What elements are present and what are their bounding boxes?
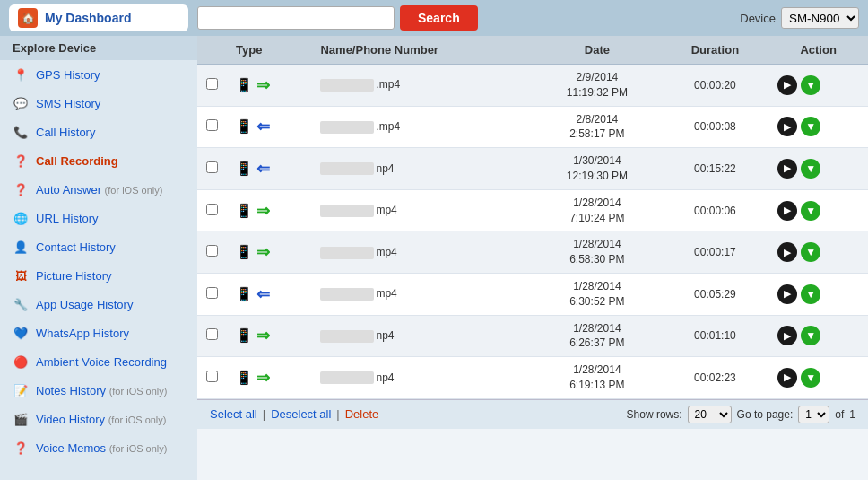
footer-left: Select all | Deselect all | Delete [210,407,378,421]
sidebar-label-gps: GPS History [36,68,100,82]
row-checkbox[interactable] [206,161,218,173]
download-button[interactable]: ▼ [801,75,820,95]
sidebar-label-appusage: App Usage History [36,298,133,311]
play-button[interactable]: ▶ [777,368,797,388]
row-checkbox[interactable] [206,328,218,340]
col-date: Date [533,36,661,65]
date-cell: 1/28/20146:19:13 PM [533,357,661,399]
table-row: 📱⇒np41/28/20146:26:37 PM00:01:10 ▶ ▼ [197,315,868,357]
type-cell: 📱⇒ [227,357,311,399]
action-cell: ▶ ▼ [768,189,868,231]
play-button[interactable]: ▶ [777,159,797,179]
filename-cell: mp4 [311,273,533,315]
download-button[interactable]: ▼ [801,284,820,304]
search-input[interactable] [197,6,395,30]
filename-text: .mp4 [376,120,400,133]
show-rows-select[interactable]: 20 50 100 [688,406,732,423]
sidebar-label-sms: SMS History [36,97,100,110]
download-button[interactable]: ▼ [801,368,820,388]
row-checkbox[interactable] [206,287,218,299]
sidebar-label-ambient: Ambient Voice Recording [36,355,167,369]
footer: Select all | Deselect all | Delete Show … [197,399,868,429]
row-checkbox[interactable] [206,119,218,131]
sidebar-item-autoanswer[interactable]: ❓ Auto Answer (for iOS only) [0,175,197,204]
sidebar-item-notes[interactable]: 📝 Notes History (for iOS only) [0,376,197,405]
phone-icon: 📱 [236,161,253,177]
page-select[interactable]: 1 [798,406,829,423]
sidebar-item-recording[interactable]: ❓ Call Recording [0,146,197,175]
type-icons: 📱⇒ [236,201,302,221]
video-icon: 🎬 [13,411,29,427]
action-cell: ▶ ▼ [768,315,868,357]
filename-cell: mp4 [311,189,533,231]
sidebar-label-autoanswer: Auto Answer (for iOS only) [36,183,162,196]
sidebar-item-video[interactable]: 🎬 Video History (for iOS only) [0,405,197,433]
date-cell: 1/28/20146:58:30 PM [533,231,661,274]
deselect-all-link[interactable]: Deselect all [271,407,331,421]
phone-icon: 📱 [236,203,253,219]
row-checkbox[interactable] [206,371,218,382]
content-area: Type Name/Phone Number Date Duration Act… [197,36,868,480]
blurred-name [320,121,374,134]
sidebar-item-contact[interactable]: 👤 Contact History [0,232,197,261]
download-button[interactable]: ▼ [801,117,820,136]
delete-link[interactable]: Delete [345,407,379,421]
dashboard-icon: 🏠 [18,8,38,28]
row-checkbox[interactable] [206,245,218,257]
sidebar-item-ambient[interactable]: 🔴 Ambient Voice Recording [0,347,197,376]
search-button[interactable]: Search [400,5,478,31]
contact-icon: 👤 [13,239,29,255]
blurred-name [320,79,374,92]
row-checkbox[interactable] [206,204,218,215]
total-pages: 1 [849,408,855,421]
sidebar-item-appusage[interactable]: 🔧 App Usage History [0,290,197,319]
sidebar-item-url[interactable]: 🌐 URL History [0,204,197,232]
gps-icon: 📍 [13,66,29,83]
filename-cell: np4 [311,315,533,357]
header: 🏠 My Dashboard Search Device SM-N900 [0,0,868,36]
sidebar-label-voicememos: Voice Memos (for iOS only) [36,441,167,455]
download-button[interactable]: ▼ [801,159,820,179]
device-label: Device [740,12,776,25]
download-button[interactable]: ▼ [801,201,820,221]
download-button[interactable]: ▼ [801,242,820,262]
type-cell: 📱⇒ [227,231,311,274]
sidebar-item-sms[interactable]: 💬 SMS History [0,89,197,118]
play-button[interactable]: ▶ [777,242,797,262]
device-select[interactable]: SM-N900 [781,7,859,29]
logo-area: 🏠 My Dashboard [9,4,188,31]
action-cell: ▶ ▼ [768,148,868,190]
duration-cell: 00:02:23 [662,357,769,399]
duration-cell: 00:00:20 [662,65,769,107]
sidebar-item-gps[interactable]: 📍 GPS History [0,60,197,89]
phone-icon: 📱 [236,286,253,302]
filename-text: np4 [376,329,394,342]
download-button[interactable]: ▼ [801,326,820,345]
action-cell: ▶ ▼ [768,357,868,399]
sms-icon: 💬 [13,95,29,111]
play-button[interactable]: ▶ [777,201,797,221]
play-button[interactable]: ▶ [777,75,797,95]
sidebar-item-whatsapp[interactable]: 💙 WhatsApp History [0,319,197,347]
select-all-link[interactable]: Select all [210,407,257,421]
type-cell: 📱⇒ [227,189,311,231]
type-cell: 📱⇐ [227,148,311,190]
play-button[interactable]: ▶ [777,326,797,345]
table-row: 📱⇒.mp42/9/201411:19:32 PM00:00:20 ▶ ▼ [197,65,868,107]
blurred-name [320,330,374,343]
sidebar-item-voicememos[interactable]: ❓ Voice Memos (for iOS only) [0,433,197,462]
action-cell: ▶ ▼ [768,106,868,148]
go-to-page-label: Go to page: [737,408,794,421]
filename-text: .mp4 [376,78,400,91]
table-wrap: Type Name/Phone Number Date Duration Act… [197,36,868,399]
col-name: Name/Phone Number [311,36,533,65]
sidebar-label-url: URL History [36,212,99,225]
sidebar-label-recording: Call Recording [36,154,118,168]
play-button[interactable]: ▶ [777,117,797,136]
blurred-name [320,371,374,384]
sidebar-item-call[interactable]: 📞 Call History [0,118,197,146]
sidebar-item-picture[interactable]: 🖼 Picture History [0,261,197,290]
search-area: Search [197,5,731,31]
row-checkbox[interactable] [206,78,218,90]
play-button[interactable]: ▶ [777,284,797,304]
